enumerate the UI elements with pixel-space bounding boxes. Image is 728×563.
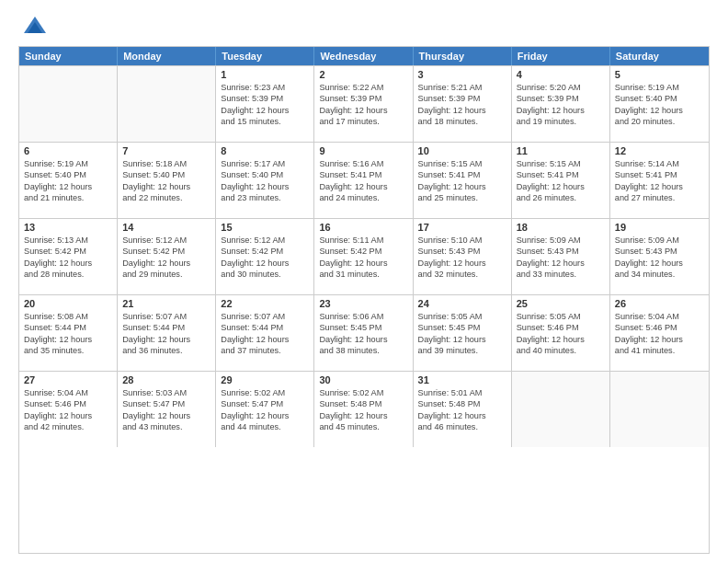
cal-cell: 1Sunrise: 5:23 AMSunset: 5:39 PMDaylight… [216,66,314,142]
cal-cell: 2Sunrise: 5:22 AMSunset: 5:39 PMDaylight… [314,66,413,142]
cell-line: and 37 minutes. [221,345,309,356]
cell-line: Daylight: 12 hours [122,181,210,192]
cell-line: and 21 minutes. [24,192,112,203]
cell-line: Daylight: 12 hours [418,181,506,192]
cell-line: Daylight: 12 hours [418,334,506,345]
day-number: 11 [517,145,605,156]
cal-cell: 4Sunrise: 5:20 AMSunset: 5:39 PMDaylight… [512,66,610,142]
cell-line: Sunrise: 5:20 AM [517,82,605,93]
day-number: 7 [122,145,210,156]
cal-cell: 20Sunrise: 5:08 AMSunset: 5:44 PMDayligh… [19,295,118,371]
cal-cell: 25Sunrise: 5:05 AMSunset: 5:46 PMDayligh… [512,295,610,371]
cell-line: Sunset: 5:42 PM [319,246,407,257]
cell-line: Sunset: 5:45 PM [319,322,407,333]
cell-line: Daylight: 12 hours [319,181,407,192]
day-number: 17 [418,222,506,233]
cell-line: Daylight: 12 hours [517,181,605,192]
cell-line: Sunset: 5:40 PM [221,169,309,180]
cell-line: Daylight: 12 hours [221,105,309,116]
cell-line: and 27 minutes. [615,192,704,203]
cell-line: Daylight: 12 hours [517,258,605,269]
cal-cell: 12Sunrise: 5:14 AMSunset: 5:41 PMDayligh… [610,143,709,218]
cal-cell: 17Sunrise: 5:10 AMSunset: 5:43 PMDayligh… [414,219,512,294]
cell-line: and 23 minutes. [221,192,309,203]
cal-cell: 23Sunrise: 5:06 AMSunset: 5:45 PMDayligh… [314,295,413,371]
day-number: 28 [122,374,210,385]
cal-cell: 5Sunrise: 5:19 AMSunset: 5:40 PMDaylight… [610,66,709,142]
cell-line: Sunset: 5:41 PM [418,169,506,180]
cell-line: Sunrise: 5:15 AM [418,158,506,169]
header-day-monday: Monday [118,47,216,65]
cell-line: Daylight: 12 hours [24,258,112,269]
cell-line: Daylight: 12 hours [24,181,112,192]
cell-line: Sunrise: 5:12 AM [221,235,309,246]
day-number: 23 [319,298,407,309]
cell-line: Sunset: 5:39 PM [221,93,309,104]
cell-line: and 43 minutes. [122,421,210,432]
cell-line: and 18 minutes. [418,116,506,127]
cell-line: and 32 minutes. [418,269,506,280]
cell-line: and 46 minutes. [418,421,506,432]
day-number: 12 [615,145,704,156]
header-day-thursday: Thursday [414,47,512,65]
cell-line: Daylight: 12 hours [517,105,605,116]
cell-line: Sunrise: 5:09 AM [615,235,704,246]
logo-icon [22,13,48,39]
cell-line: Sunset: 5:42 PM [221,246,309,257]
cell-line: Sunset: 5:47 PM [122,398,210,409]
cell-line: Daylight: 12 hours [615,105,704,116]
logo [18,15,48,39]
cell-line: and 25 minutes. [418,192,506,203]
cell-line: Daylight: 12 hours [615,181,704,192]
cal-cell: 3Sunrise: 5:21 AMSunset: 5:39 PMDaylight… [414,66,512,142]
cell-line: Sunset: 5:47 PM [221,398,309,409]
cell-line: and 29 minutes. [122,269,210,280]
cell-line: Daylight: 12 hours [122,410,210,421]
cell-line: Daylight: 12 hours [517,334,605,345]
cell-line: Sunset: 5:44 PM [24,322,112,333]
cell-line: and 19 minutes. [517,116,605,127]
calendar-body: 1Sunrise: 5:23 AMSunset: 5:39 PMDaylight… [19,65,709,447]
cell-line: Sunrise: 5:05 AM [418,311,506,322]
cal-cell: 13Sunrise: 5:13 AMSunset: 5:42 PMDayligh… [19,219,118,294]
cal-cell: 26Sunrise: 5:04 AMSunset: 5:46 PMDayligh… [610,295,709,371]
cell-line: and 44 minutes. [221,421,309,432]
cell-line: and 36 minutes. [122,345,210,356]
cell-line: Sunrise: 5:01 AM [418,387,506,398]
cal-cell: 16Sunrise: 5:11 AMSunset: 5:42 PMDayligh… [314,219,413,294]
cell-line: Daylight: 12 hours [122,258,210,269]
cell-line: Sunset: 5:45 PM [418,322,506,333]
cell-line: Sunset: 5:44 PM [122,322,210,333]
cell-line: Daylight: 12 hours [221,410,309,421]
cell-line: Daylight: 12 hours [615,258,704,269]
cell-line: and 31 minutes. [319,269,407,280]
cell-line: and 30 minutes. [221,269,309,280]
day-number: 29 [221,374,309,385]
cal-row-1: 6Sunrise: 5:19 AMSunset: 5:40 PMDaylight… [19,142,709,218]
cell-line: and 28 minutes. [24,269,112,280]
cell-line: Sunset: 5:48 PM [418,398,506,409]
cal-cell [610,372,709,447]
cal-cell: 10Sunrise: 5:15 AMSunset: 5:41 PMDayligh… [414,143,512,218]
cell-line: Sunrise: 5:07 AM [221,311,309,322]
cell-line: Sunrise: 5:08 AM [24,311,112,322]
cell-line: Sunset: 5:46 PM [615,322,704,333]
cell-line: and 17 minutes. [319,116,407,127]
header-day-sunday: Sunday [19,47,118,65]
cal-cell: 9Sunrise: 5:16 AMSunset: 5:41 PMDaylight… [314,143,413,218]
day-number: 21 [122,298,210,309]
cell-line: and 38 minutes. [319,345,407,356]
cal-cell: 6Sunrise: 5:19 AMSunset: 5:40 PMDaylight… [19,143,118,218]
cell-line: Sunset: 5:40 PM [24,169,112,180]
cell-line: and 20 minutes. [615,116,704,127]
cal-cell: 11Sunrise: 5:15 AMSunset: 5:41 PMDayligh… [512,143,610,218]
cell-line: Sunrise: 5:06 AM [319,311,407,322]
cal-cell: 28Sunrise: 5:03 AMSunset: 5:47 PMDayligh… [118,372,216,447]
cal-cell: 30Sunrise: 5:02 AMSunset: 5:48 PMDayligh… [314,372,413,447]
page: SundayMondayTuesdayWednesdayThursdayFrid… [0,0,728,563]
cell-line: and 22 minutes. [122,192,210,203]
cell-line: Sunset: 5:44 PM [221,322,309,333]
cal-cell [19,66,118,142]
cal-cell [118,66,216,142]
cal-cell: 22Sunrise: 5:07 AMSunset: 5:44 PMDayligh… [216,295,314,371]
